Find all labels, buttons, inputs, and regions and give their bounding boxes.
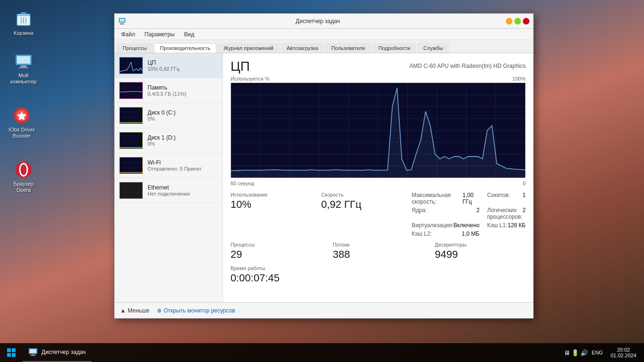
- tab-processes[interactable]: Процессы: [116, 43, 153, 53]
- svg-rect-62: [30, 355, 36, 356]
- maximize-button[interactable]: [514, 18, 521, 25]
- sidebar-item-wifi[interactable]: Wi-Fi Отправлено: 0 Принят: [115, 153, 223, 178]
- cpu-detail-panel: ЦП AMD C-60 APU with Radeon(tm) HD Graph…: [223, 53, 533, 302]
- speed-label: Скорость: [321, 192, 400, 197]
- menu-view[interactable]: Вид: [179, 30, 199, 39]
- svg-rect-55: [7, 348, 11, 352]
- info-logical: Логических процессоров: 2: [487, 207, 526, 220]
- network-icon: 🖥: [564, 349, 570, 356]
- window-controls: [506, 18, 529, 25]
- sidebar-disk1-name: Диск 1 (D:): [148, 134, 218, 141]
- my-computer-icon: [14, 52, 33, 71]
- close-button[interactable]: [523, 18, 529, 25]
- sockets-val: 1: [522, 192, 526, 205]
- uptime-section: Время работы 0:00:07:45: [231, 265, 526, 284]
- desktop-icon-recycle-bin[interactable]: Корзина: [7, 9, 41, 36]
- svg-rect-57: [7, 353, 11, 357]
- disk0-mini-chart: [119, 107, 143, 124]
- sidebar-ethernet-text: Ethernet Нет подключения: [148, 184, 218, 197]
- sidebar-disk1-text: Диск 1 (D:) 0%: [148, 134, 218, 147]
- content-area: ЦП 10% 0,92 ГГц Память: [115, 53, 533, 302]
- start-button[interactable]: [0, 343, 23, 362]
- sidebar-item-disk0[interactable]: Диск 0 (C:) 0%: [115, 103, 223, 128]
- cores-val: 2: [477, 207, 480, 220]
- panel-subtitle: AMD C-60 APU with Radeon(tm) HD Graphics: [409, 63, 526, 69]
- usage-label: Использование: [231, 192, 310, 197]
- svg-rect-7: [17, 56, 30, 64]
- iobit-icon: [12, 106, 31, 125]
- menu-file[interactable]: Файл: [116, 30, 140, 39]
- cpu-chart: [231, 82, 526, 177]
- iobit-label: IObit DriverBooster: [8, 127, 35, 139]
- sidebar-disk0-name: Диск 0 (C:): [148, 109, 218, 116]
- svg-rect-26: [120, 107, 142, 123]
- logical-key: Логических процессоров:: [487, 207, 522, 220]
- disk1-mini-chart: [119, 132, 143, 149]
- battery-icon: 🔋: [571, 349, 579, 356]
- sidebar-cpu-name: ЦП: [148, 59, 218, 66]
- cache-l1-val: 128 КБ: [508, 222, 526, 229]
- less-button[interactable]: ▲ Меньше: [120, 307, 149, 314]
- sidebar-memory-value: 0,4/3,5 ГБ (11%): [148, 91, 218, 97]
- sidebar-item-cpu[interactable]: ЦП 10% 0,92 ГГц: [115, 53, 223, 78]
- svg-rect-9: [19, 67, 28, 68]
- tab-performance[interactable]: Производительность: [154, 43, 216, 53]
- desktop-icon-opera[interactable]: БраузерOpera: [7, 160, 41, 193]
- chevron-up-icon: ▲: [120, 307, 126, 314]
- svg-rect-58: [12, 353, 16, 357]
- open-monitor-button[interactable]: ⊕ Открыть монитор ресурсов: [157, 307, 235, 314]
- tab-services[interactable]: Службы: [417, 43, 449, 53]
- language-indicator: ENG: [592, 350, 603, 355]
- tab-details[interactable]: Подробности: [372, 43, 416, 53]
- sidebar-disk0-value: 0%: [148, 116, 218, 122]
- stat-processes: Процессы 29: [231, 242, 322, 261]
- processes-value: 29: [231, 248, 322, 261]
- cache-l2-key: Кэш L2:: [412, 230, 432, 237]
- sidebar-item-memory[interactable]: Память 0,4/3,5 ГБ (11%): [115, 78, 223, 103]
- ethernet-mini-chart: [119, 182, 143, 199]
- sidebar-memory-name: Память: [148, 84, 218, 91]
- tab-users[interactable]: Пользователи: [325, 43, 372, 53]
- desktop-icon-iobit[interactable]: IObit DriverBooster: [5, 106, 39, 139]
- clock-time: 20:02: [617, 347, 630, 353]
- menu-params[interactable]: Параметры: [140, 30, 180, 39]
- threads-label: Потоки: [333, 242, 424, 247]
- taskbar-item-task-manager[interactable]: Диспетчер задач: [23, 343, 91, 362]
- tab-bar: Процессы Производительность Журнал прило…: [115, 40, 533, 53]
- usage-value: 10%: [231, 198, 310, 211]
- svg-rect-15: [120, 19, 124, 22]
- cache-l1-key: Кэш L1:: [487, 222, 507, 229]
- stats-row-2: Процессы 29 Потоки 388 Дескрипторы 9499: [231, 242, 526, 261]
- cpu-mini-chart: [119, 57, 143, 74]
- recycle-bin-icon: [14, 9, 33, 28]
- info-max-speed: Максимальная скорость: 1,00 ГГц: [412, 192, 479, 205]
- svg-rect-29: [120, 132, 142, 148]
- threads-value: 388: [333, 248, 424, 261]
- info-cache-l1: Кэш L1: 128 КБ: [487, 222, 526, 229]
- virt-key: Виртуализация:: [412, 222, 454, 229]
- virt-val: Включено: [454, 222, 479, 229]
- desktop-icon-my-computer[interactable]: Мойкомпьютер: [7, 52, 41, 85]
- taskbar: Диспетчер задач 🖥 🔋 🔊 ENG 20:02 01.02.20…: [0, 343, 644, 362]
- max-speed-key: Максимальная скорость:: [412, 192, 462, 205]
- svg-rect-56: [12, 348, 16, 352]
- cache-l2-val: 1,0 МБ: [462, 230, 479, 237]
- taskbar-right: 🖥 🔋 🔊 ENG 20:02 01.02.2024: [564, 347, 644, 358]
- minimize-button[interactable]: [506, 18, 512, 25]
- performance-sidebar: ЦП 10% 0,92 ГГц Память: [115, 53, 223, 302]
- taskbar-task-manager-label: Диспетчер задач: [41, 349, 86, 355]
- taskbar-clock: 20:02 01.02.2024: [607, 347, 640, 358]
- monitor-icon: ⊕: [157, 307, 162, 314]
- chart-ymax: 100%: [512, 76, 526, 82]
- my-computer-label: Мойкомпьютер: [10, 73, 36, 85]
- tab-app-journal[interactable]: Журнал приложений: [217, 43, 280, 53]
- sidebar-item-ethernet[interactable]: Ethernet Нет подключения: [115, 178, 223, 203]
- chart-footer: 60 секунд 0: [231, 181, 526, 186]
- sidebar-item-disk1[interactable]: Диск 1 (D:) 0%: [115, 128, 223, 153]
- menubar: Файл Параметры Вид: [115, 29, 533, 40]
- chart-time-right: 0: [523, 181, 526, 186]
- svg-rect-35: [120, 182, 142, 198]
- max-speed-val: 1,00 ГГц: [462, 192, 479, 205]
- recycle-bin-label: Корзина: [14, 30, 33, 36]
- tab-autostart[interactable]: Автозагрузка: [281, 43, 324, 53]
